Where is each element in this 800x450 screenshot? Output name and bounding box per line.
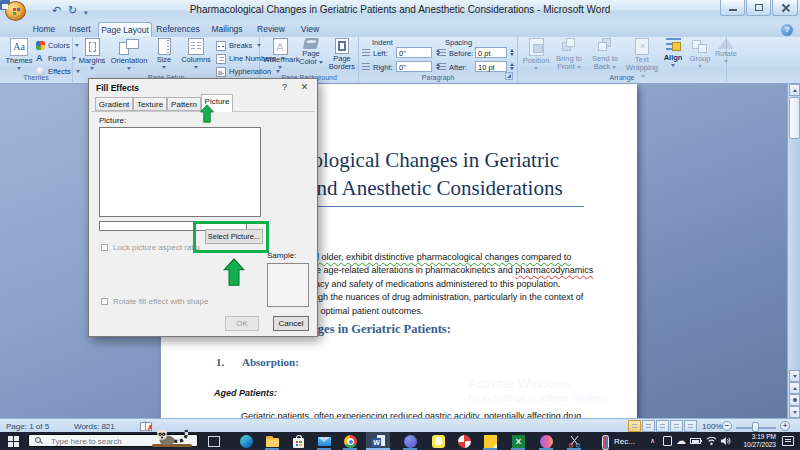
word-icon[interactable] <box>372 435 385 448</box>
onedrive-cloud-icon[interactable]: ☁ <box>676 435 686 446</box>
tray-expand-icon[interactable]: ∧ <box>650 437 655 445</box>
pinwheel-app-icon[interactable] <box>458 435 471 448</box>
zoom-in-button[interactable]: + <box>780 421 790 431</box>
tab-view[interactable]: View <box>292 22 328 37</box>
spacing-before-stepper[interactable] <box>507 47 516 58</box>
previous-page-button[interactable] <box>789 382 800 394</box>
snapchat-icon[interactable] <box>432 435 445 448</box>
paragraph-dialog-launcher-icon[interactable] <box>505 72 513 80</box>
indent-right-icon <box>362 63 370 71</box>
zoom-level[interactable]: 100% <box>702 422 722 431</box>
recording-app-label[interactable]: Rec... <box>614 437 635 446</box>
indent-right-input[interactable]: 0" <box>396 61 432 72</box>
rotate-fill-checkbox[interactable] <box>101 298 108 305</box>
text-wrapping-button[interactable]: Text Wrapping <box>624 38 660 80</box>
tab-references[interactable]: References <box>152 22 204 37</box>
action-center-icon[interactable] <box>782 436 794 446</box>
view-full-screen-button[interactable] <box>642 420 655 432</box>
mail-icon[interactable] <box>318 435 331 448</box>
vertical-scrollbar[interactable] <box>787 84 800 418</box>
task-view-icon[interactable] <box>208 436 220 447</box>
page-borders-button[interactable]: Page Borders <box>327 38 357 71</box>
teams-icon[interactable] <box>404 435 417 448</box>
send-to-back-icon <box>597 38 613 54</box>
scroll-down-button[interactable] <box>789 370 800 382</box>
office-button-icon[interactable] <box>5 1 26 21</box>
ok-button[interactable]: OK <box>225 316 259 331</box>
themes-button[interactable]: Themes <box>5 38 33 70</box>
tab-page-layout[interactable]: Page Layout <box>98 22 152 37</box>
redo-icon[interactable]: ↻ <box>68 4 77 16</box>
help-icon[interactable]: ? <box>781 24 793 36</box>
page-count[interactable]: Page: 1 of 5 <box>6 422 49 431</box>
orientation-button[interactable]: Orientation <box>109 38 149 70</box>
minimize-button[interactable] <box>720 0 745 16</box>
breaks-button[interactable]: Breaks <box>216 40 261 51</box>
tab-review[interactable]: Review <box>250 22 292 37</box>
group-button[interactable]: Group <box>687 38 713 68</box>
undo-icon[interactable]: ↶ <box>52 4 61 16</box>
status-bar: Page: 1 of 5 Words: 821 ✗ 100% − + <box>0 418 800 432</box>
search-input[interactable] <box>49 435 163 448</box>
snipping-tool-icon[interactable] <box>568 435 581 448</box>
tab-home[interactable]: Home <box>26 22 62 37</box>
list-item-absorption: Absorption: <box>242 356 299 368</box>
spacing-before-icon <box>438 49 446 57</box>
edge-icon[interactable] <box>240 435 253 448</box>
scroll-up-button[interactable] <box>789 84 800 96</box>
watermark-button[interactable]: Watermark <box>263 38 297 69</box>
position-button[interactable]: Position <box>522 38 550 70</box>
microsoft-store-icon[interactable] <box>292 435 305 448</box>
hyphenation-icon <box>216 67 226 77</box>
battery-icon[interactable] <box>690 438 701 444</box>
word-count[interactable]: Words: 821 <box>74 422 115 431</box>
tab-insert[interactable]: Insert <box>62 22 98 37</box>
tray-device-icon[interactable] <box>663 436 672 446</box>
maximize-button[interactable] <box>746 0 771 16</box>
bring-to-front-button[interactable]: Bring to Front <box>552 38 586 71</box>
columns-button[interactable]: Columns <box>179 38 213 69</box>
dialog-tab-pattern[interactable]: Pattern <box>167 97 201 111</box>
indent-left-input[interactable]: 0" <box>396 47 432 58</box>
size-icon <box>158 38 171 55</box>
align-button[interactable]: Align <box>661 38 685 67</box>
dialog-help-button[interactable]: ? <box>277 81 292 94</box>
wifi-icon[interactable] <box>706 436 717 446</box>
page-color-button[interactable]: Page Color <box>297 38 325 66</box>
dialog-tab-texture[interactable]: Texture <box>133 97 167 111</box>
excel-icon[interactable] <box>512 435 525 448</box>
view-outline-button[interactable] <box>670 420 683 432</box>
tab-mailings[interactable]: Mailings <box>204 22 250 37</box>
view-web-layout-button[interactable] <box>656 420 669 432</box>
indent-header: Indent <box>372 38 393 47</box>
thermometer-app-icon[interactable] <box>602 435 609 450</box>
zoom-out-button[interactable]: − <box>722 421 732 431</box>
lock-aspect-checkbox[interactable] <box>101 244 108 251</box>
close-button[interactable] <box>772 0 798 16</box>
sample-preview-box <box>267 263 309 307</box>
clock-date: 10/27/2023 <box>730 441 776 449</box>
next-page-button[interactable] <box>789 406 800 418</box>
qat-customize-icon[interactable]: ▾ <box>84 7 88 19</box>
cancel-button[interactable]: Cancel <box>273 316 309 331</box>
view-draft-button[interactable] <box>684 420 697 432</box>
sticky-notes-icon[interactable] <box>484 435 497 448</box>
rotate-button[interactable]: Rotate <box>713 38 739 63</box>
start-button[interactable] <box>8 436 19 447</box>
chrome-icon[interactable] <box>344 435 357 448</box>
scrollbar-thumb[interactable] <box>789 97 800 139</box>
dialog-close-button[interactable]: ✕ <box>297 81 312 94</box>
taskbar-clock[interactable]: 3:19 PM 10/27/2023 <box>730 433 776 449</box>
zoom-slider-thumb[interactable] <box>752 422 759 432</box>
spacing-before-input[interactable]: 0 pt <box>475 47 507 58</box>
view-print-layout-button[interactable] <box>628 420 641 432</box>
theme-fonts-button[interactable]: Fonts <box>36 53 76 64</box>
spacing-after-input[interactable]: 10 pt <box>475 61 507 72</box>
dialog-tab-gradient[interactable]: Gradient <box>95 97 133 111</box>
margins-button[interactable]: Margins <box>77 38 107 70</box>
send-to-back-button[interactable]: Send to Back <box>588 38 622 71</box>
size-button[interactable]: Size <box>151 38 177 69</box>
spacing-after-stepper[interactable] <box>507 61 516 72</box>
file-explorer-icon[interactable] <box>266 435 279 448</box>
select-browse-object-button[interactable] <box>789 394 800 406</box>
